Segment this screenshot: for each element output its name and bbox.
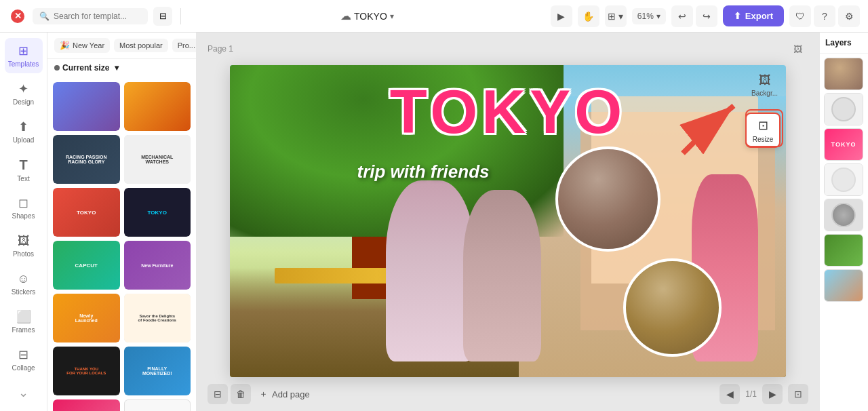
template-card-10[interactable]: Savor the Delightsof Foodie Creations [124,294,191,342]
redo-button[interactable]: ↪ [696,5,717,27]
template-card-8[interactable]: New Furniture [124,241,191,290]
shield-button[interactable]: 🛡 [789,5,811,27]
right-sidebar-layers: Layers TOKYO [819,33,868,411]
search-input[interactable] [54,12,141,21]
sidebar-item-text[interactable]: T Text [5,152,43,187]
current-size-button[interactable]: Current size ▾ [47,59,196,77]
template-card-14[interactable] [124,399,191,411]
filter-button[interactable]: ⊟ [153,7,172,26]
filter-new-year[interactable]: 🎉 New Year [54,38,110,53]
background-icon: 🖼 [759,73,771,87]
page-count: 1/1 [745,389,757,399]
search-icon: 🔍 [39,12,50,21]
zoom-button[interactable]: 61% ▾ [632,8,666,24]
current-size-chevron-icon: ▾ [115,63,119,73]
template-card-5[interactable]: TOKYO [53,188,120,237]
layer-item-1[interactable] [824,58,863,90]
template-card-12[interactable]: FINALLYMONETIZED! [124,347,191,395]
page-prev-button[interactable]: ◀ [719,384,740,404]
page-label: Page 1 [208,44,233,54]
expand-button[interactable]: ⊡ [788,384,808,404]
doc-menu-chevron[interactable]: ▾ [390,12,394,21]
sidebar-more-button[interactable]: ⌄ [13,380,34,406]
template-card-7[interactable]: CAPCUT [53,241,120,290]
footer-copy-button[interactable]: ⊟ [208,384,228,404]
layer-item-2[interactable] [824,93,863,125]
settings-button[interactable]: ⚙ [838,5,860,27]
page-next-button[interactable]: ▶ [762,384,783,404]
sidebar-item-templates-label: Templates [8,60,39,68]
sidebar-item-collage[interactable]: ⊟ Collage [5,342,43,377]
template-card-9[interactable]: NewlyLaunched [53,294,120,342]
canvas-header: Page 1 🖼 [197,33,819,65]
template-card-3[interactable]: RACING PASSIONRACING GLORY [53,135,120,184]
logo[interactable]: ✕ [8,7,27,26]
sidebar-item-shapes-label: Shapes [12,212,35,220]
sidebar-item-design[interactable]: ✦ Design [5,76,43,111]
layer-item-7[interactable] [824,269,863,302]
photos-icon: 🖼 [18,234,30,248]
undo-button[interactable]: ↩ [671,5,693,27]
cloud-icon: ☁ [340,9,351,22]
template-card-4[interactable]: MECHANICALWATCHES [124,135,191,184]
zoom-chevron-icon: ▾ [656,12,660,21]
resize-button[interactable]: ⊡ Resize [745,113,781,148]
export-button[interactable]: ⬆ Export [723,5,784,26]
help-button[interactable]: ? [814,5,835,27]
add-page-label: Add page [272,389,310,399]
add-page-button[interactable]: ＋ Add page [254,385,315,403]
template-card-6[interactable]: TOKYO [124,188,191,237]
current-size-dot-icon [54,65,60,71]
shapes-icon: ◻ [18,195,28,210]
layer-item-4[interactable] [824,163,863,196]
background-button[interactable]: 🖼 Backgr... [749,71,781,100]
page-nav: ◀ 1/1 ▶ ⊡ [719,384,808,404]
top-bar: ✕ 🔍 ⊟ ☁ TOKYO ▾ ▶ ✋ ⊞ ▾ 61% ▾ ↩ ↪ ⬆ Expo… [0,0,868,33]
canvas-container[interactable]: TOKYO trip with friends 🖼 Backgr... ⊡ Re… [197,65,819,377]
export-label: Export [745,11,773,21]
footer-delete-button[interactable]: 🗑 [231,384,251,404]
document-title: TOKYO [354,11,387,22]
toolbar-actions: ▶ ✋ ⊞ ▾ 61% ▾ ↩ ↪ ⬆ Export 🛡 ? ⚙ [551,5,860,27]
sidebar-item-frames[interactable]: ⬜ Frames [5,304,43,339]
canvas-frame[interactable]: TOKYO trip with friends 🖼 Backgr... ⊡ Re… [230,65,786,377]
template-card-1[interactable] [53,82,120,131]
doc-area: ☁ TOKYO ▾ [189,9,545,22]
sidebar-item-stickers-label: Stickers [12,288,36,296]
resize-icon: ⊡ [758,118,768,133]
layer-item-3[interactable]: TOKYO [824,128,863,161]
export-icon: ⬆ [734,11,741,21]
view-options-button[interactable]: ⊞ ▾ [605,5,627,27]
layer-item-5[interactable] [824,199,863,231]
template-card-2[interactable] [124,82,191,131]
select-tool-button[interactable]: ▶ [551,5,572,27]
svg-text:✕: ✕ [14,11,22,21]
filter-new-year-label: New Year [73,41,104,50]
canvas-top-right-actions: 🖼 [787,38,808,60]
filter-pro-label: Pro... [178,41,195,50]
layer-item-6[interactable] [824,234,863,267]
templates-icon: ⊞ [18,43,28,58]
sidebar-item-shapes[interactable]: ◻ Shapes [5,190,43,225]
sidebar-item-photos-label: Photos [13,250,34,258]
canvas-icon-button[interactable]: 🖼 [787,38,808,60]
sidebar-item-templates[interactable]: ⊞ Templates [5,38,43,73]
current-size-label: Current size [62,63,109,73]
filter-pro[interactable]: Pro... [172,39,197,52]
zoom-level: 61% [637,12,654,21]
template-grid: RACING PASSIONRACING GLORY MECHANICALWAT… [47,77,196,411]
sidebar-item-upload[interactable]: ⬆ Upload [5,114,43,149]
sidebar-item-stickers[interactable]: ☺ Stickers [5,266,43,301]
filter-most-popular-label: Most popular [119,41,163,50]
canvas-title-text: TOKYO [230,77,786,147]
filter-most-popular[interactable]: Most popular [114,39,168,52]
collage-icon: ⊟ [18,347,28,362]
utility-icon-group: 🛡 ? ⚙ [789,5,860,27]
sidebar-item-photos[interactable]: 🖼 Photos [5,228,43,263]
hand-tool-button[interactable]: ✋ [578,5,599,27]
template-card-13[interactable]: PARENT-CHILDYOGAWORKSHOP [53,399,120,411]
frames-icon: ⬜ [16,309,31,324]
search-box: 🔍 [33,8,148,24]
template-card-11[interactable]: THANK YOUFOR YOUR LOCALS [53,347,120,395]
stickers-icon: ☺ [17,272,29,286]
